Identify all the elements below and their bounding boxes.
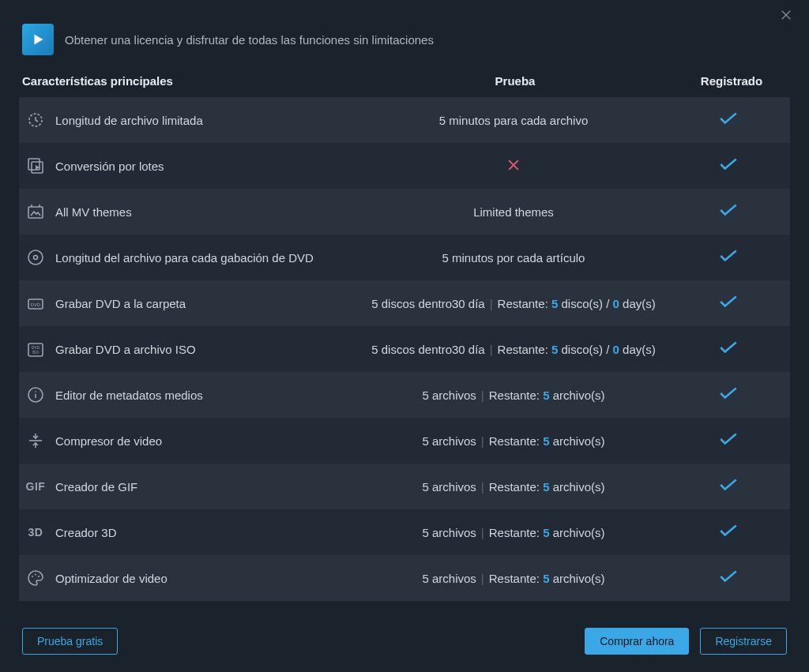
svg-marker-0: [34, 35, 43, 45]
registered-value: [673, 478, 784, 495]
check-icon: [718, 524, 739, 541]
table-row: 3D Creador 3D 5 archivos|Restante: 5 arc…: [19, 509, 790, 555]
themes-icon: [25, 201, 46, 222]
svg-point-15: [32, 576, 33, 577]
trial-value: 5 archivos|Restante: 5 archivo(s): [354, 526, 673, 539]
svg-text:DVD: DVD: [31, 302, 41, 307]
svg-point-16: [35, 574, 36, 576]
registered-value: [673, 203, 784, 220]
batch-icon: [25, 156, 46, 176]
check-icon: [718, 569, 739, 587]
table-row: Optimizador de video 5 archivos|Restante…: [19, 555, 790, 601]
check-icon: [718, 478, 739, 495]
trial-value: 5 archivos|Restante: 5 archivo(s): [354, 389, 673, 402]
trial-value: Limited themes: [354, 205, 673, 219]
check-icon: [718, 203, 739, 220]
feature-label: Creador de GIF: [55, 480, 137, 494]
check-icon: [718, 340, 739, 358]
check-icon: [718, 386, 739, 404]
app-logo-icon: [22, 24, 54, 55]
feature-label: Optimizador de video: [55, 572, 167, 585]
table-row: Longitud del archivo para cada gabación …: [19, 235, 790, 280]
3d-icon: 3D: [25, 522, 46, 542]
check-icon: [718, 249, 739, 266]
check-icon: [718, 295, 739, 312]
registered-value: [673, 111, 784, 129]
feature-label: Editor de metadatos medios: [55, 389, 203, 402]
feature-table: Longitud de archivo limitada 5 minutos p…: [0, 97, 809, 601]
check-icon: [718, 432, 739, 449]
trial-value: [354, 157, 673, 175]
feature-label: Conversión por lotes: [55, 160, 164, 173]
trial-value: 5 discos dentro30 día|Restante: 5 disco(…: [354, 297, 673, 310]
table-row: DVDISO Grabar DVD a archivo ISO 5 discos…: [19, 326, 790, 372]
feature-label: Creador 3D: [55, 526, 117, 539]
dvd-folder-icon: DVD: [25, 293, 46, 313]
dvd-icon: [25, 247, 46, 268]
compress-icon: [25, 430, 46, 451]
registered-value: [673, 524, 784, 541]
feature-label: All MV themes: [55, 205, 132, 219]
check-icon: [718, 157, 739, 175]
registered-value: [673, 340, 784, 358]
gif-icon: GIF: [25, 476, 46, 497]
trial-value: 5 archivos|Restante: 5 archivo(s): [354, 572, 673, 585]
svg-point-7: [34, 256, 38, 260]
info-icon: [25, 385, 46, 405]
col-header-registered: Registrado: [676, 74, 787, 88]
feature-label: Grabar DVD a la carpeta: [55, 297, 186, 310]
trial-value: 5 archivos|Restante: 5 archivo(s): [354, 480, 673, 494]
table-row: DVD Grabar DVD a la carpeta 5 discos den…: [19, 280, 790, 326]
svg-point-6: [28, 250, 43, 265]
palette-icon: [25, 568, 46, 588]
registered-value: [673, 386, 784, 404]
svg-point-14: [35, 391, 36, 392]
registered-value: [673, 569, 784, 587]
register-button[interactable]: Registrarse: [700, 628, 787, 655]
check-icon: [718, 111, 739, 129]
registered-value: [673, 432, 784, 449]
trial-value: 5 discos dentro30 día|Restante: 5 disco(…: [354, 343, 673, 356]
table-row: Editor de metadatos medios 5 archivos|Re…: [19, 372, 790, 418]
dialog-header: Obtener una licencia y disfrutar de toda…: [0, 0, 809, 69]
col-header-trial: Prueba: [354, 74, 676, 88]
close-button[interactable]: [779, 8, 798, 27]
trial-value: 5 minutos por cada artículo: [354, 251, 673, 265]
dialog-footer: Prueba gratis Comprar ahora Registrarse: [0, 610, 809, 672]
header-title: Obtener una licencia y disfrutar de toda…: [65, 33, 434, 47]
trial-value: 5 archivos|Restante: 5 archivo(s): [354, 434, 673, 448]
table-row: All MV themes Limited themes: [19, 189, 790, 235]
x-icon: [506, 162, 521, 175]
table-row: Compresor de video 5 archivos|Restante: …: [19, 418, 790, 464]
free-trial-button[interactable]: Prueba gratis: [22, 628, 118, 655]
col-header-features: Características principales: [22, 74, 354, 88]
registered-value: [673, 295, 784, 312]
table-row: Longitud de archivo limitada 5 minutos p…: [19, 97, 790, 143]
feature-label: Grabar DVD a archivo ISO: [55, 343, 196, 356]
clock-icon: [25, 110, 46, 130]
feature-label: Compresor de video: [55, 434, 162, 448]
table-header: Características principales Prueba Regis…: [0, 69, 809, 97]
dvd-iso-icon: DVDISO: [25, 339, 46, 359]
buy-now-button[interactable]: Comprar ahora: [585, 628, 689, 655]
table-row: GIF Creador de GIF 5 archivos|Restante: …: [19, 464, 790, 509]
feature-label: Longitud del archivo para cada gabación …: [55, 251, 314, 265]
table-row: Conversión por lotes: [19, 143, 790, 189]
svg-text:ISO: ISO: [32, 350, 40, 355]
svg-point-17: [38, 576, 40, 577]
feature-label: Longitud de archivo limitada: [55, 114, 203, 127]
registered-value: [673, 249, 784, 266]
registered-value: [673, 157, 784, 175]
trial-value: 5 minutos para cada archivo: [354, 114, 673, 127]
